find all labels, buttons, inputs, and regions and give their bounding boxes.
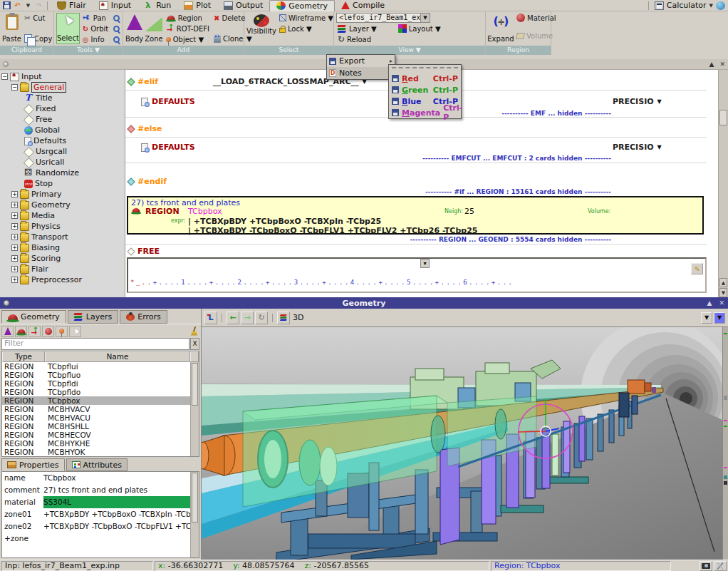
scrollbar-thumb[interactable] — [192, 473, 198, 523]
card-defaults-2[interactable]: DEFAULTS — [141, 143, 195, 152]
hidden-cards-line[interactable]: ---------- EMF ... hidden ---------- — [501, 110, 611, 117]
tree-folder[interactable]: + Biasing — [0, 242, 125, 253]
geometry-tab[interactable]: Geometry — [1, 310, 66, 324]
zone-button[interactable]: Zone — [145, 13, 162, 44]
tree-item[interactable]: Global — [0, 125, 125, 135]
property-row[interactable]: name TCbpbox — [2, 472, 190, 484]
card-free[interactable]: FREE — [128, 247, 160, 256]
filter-input[interactable]: Filter — [1, 338, 189, 350]
scroll-down-button[interactable]: ▼ — [719, 288, 727, 297]
region-card-selected[interactable]: 27) tcs front and end plates REGION TCbp… — [127, 196, 704, 235]
geometry-tab[interactable]: Errors — [120, 310, 167, 324]
free-dropdown-button[interactable]: ▼ — [420, 259, 430, 268]
tree-item[interactable]: Title — [0, 93, 125, 103]
zoom-in-button[interactable] — [112, 13, 121, 23]
ribbon-tab[interactable]: Plot — [177, 0, 217, 11]
tree-folder[interactable]: + Geometry — [0, 200, 125, 210]
zoom-fit-button[interactable] — [112, 34, 121, 44]
snapshot-button[interactable] — [700, 561, 712, 571]
region-table-row[interactable]: REGION TCbpflui — [2, 362, 190, 371]
layers-button[interactable] — [277, 312, 290, 324]
editor-scrollbar[interactable]: ▲ ▼ — [718, 70, 728, 297]
tree-item[interactable]: Free — [0, 114, 125, 125]
tree-item[interactable]: Fixed — [0, 103, 125, 114]
ribbon-tab[interactable]: Run — [137, 0, 177, 11]
hidden-cards-line[interactable]: ---------- EMFCUT ... EMFCUT : 2 cards h… — [422, 155, 611, 162]
region-table-row[interactable]: REGION TCbpfluo — [2, 371, 190, 379]
table-scrollbar[interactable] — [190, 362, 199, 456]
panel-close-button[interactable]: ✕ — [719, 299, 724, 307]
rotdefi-button[interactable]: ROT-DEFI — [165, 24, 211, 34]
tree-item[interactable]: Usrgcall — [0, 146, 125, 157]
nav-back-button[interactable]: ← — [227, 312, 239, 324]
tab-attributes[interactable]: Attributes — [66, 458, 128, 471]
layout-button[interactable]: Layout ▼ — [397, 24, 442, 34]
ribbon-tab[interactable]: Flair — [51, 0, 93, 11]
layer-button[interactable]: Layer ▼ — [336, 24, 378, 34]
orbit-button[interactable]: Orbit — [81, 24, 110, 34]
region-table-row[interactable]: REGION TCbpfldi — [2, 379, 190, 388]
geometry-title-bar[interactable]: Geometry ▲ ✕ — [0, 297, 728, 309]
filter-clear-button[interactable]: X — [190, 338, 199, 350]
tree-folder[interactable]: + Scoring — [0, 253, 125, 264]
submenu-color-item[interactable]: Red Ctrl-P — [389, 73, 461, 84]
menu-item-export[interactable]: Export▸ — [327, 55, 395, 67]
tree-folder[interactable]: + Physics — [0, 221, 125, 232]
view-combo[interactable]: <lefos_ir7_Beam1_exp> ▼ — [336, 13, 430, 23]
axes-button[interactable] — [204, 312, 217, 324]
paste-button[interactable]: Paste — [2, 13, 21, 44]
tree-folder[interactable]: + Media — [0, 210, 125, 221]
region-table-row[interactable]: REGION TCbpbox — [2, 396, 190, 405]
save-button[interactable] — [1, 1, 12, 10]
geometry-tab[interactable]: Layers — [68, 310, 118, 324]
region-expr-line[interactable]: | +TCBXpBDY +TCbpBoxO -TCBXpIn -TCbp25 — [188, 217, 381, 226]
visibility-button[interactable]: Visibility ▼ — [246, 13, 276, 44]
expand-icon[interactable]: + — [11, 202, 18, 208]
property-row[interactable]: zone01 +TCBXpBDY +TCbpBoxO -TCBXpIn -TCb… — [2, 508, 190, 520]
expand-icon[interactable]: + — [11, 266, 18, 272]
lock-button[interactable]: Lock ▼ — [278, 24, 335, 34]
panel-maximize-button[interactable]: ▲ — [709, 61, 714, 68]
info-button[interactable]: Info — [81, 34, 110, 44]
hidden-cards-line[interactable]: ---------- REGION ... GEOEND : 5554 card… — [410, 236, 611, 243]
region-expr-line[interactable]: | +TCBXpBDY -TCbpBoxO -TCbpFLV1 +TCbpFLV… — [188, 226, 477, 235]
expand-icon[interactable]: + — [11, 223, 18, 230]
region-button[interactable]: Region — [165, 13, 211, 23]
view-combo-value[interactable]: <lefos_ir7_Beam1_exp> — [336, 13, 420, 23]
edit-pencil-icon[interactable]: ✎ — [691, 263, 703, 274]
collapse-icon[interactable]: − — [1, 73, 8, 80]
panel-maximize-button[interactable]: ▲ — [707, 299, 712, 307]
scroll-up-button[interactable]: ▲ — [719, 278, 727, 287]
property-row[interactable]: material SS304L — [2, 496, 190, 508]
region-table-row[interactable]: REGION MCBHYOK — [2, 448, 190, 456]
body-tool-button[interactable] — [1, 326, 14, 337]
viewer-refresh-button[interactable]: ↻ — [255, 312, 268, 324]
expand-icon[interactable]: + — [11, 234, 18, 240]
expand-icon[interactable]: + — [11, 255, 18, 262]
dropdown-arrow-icon[interactable]: ▼ — [657, 144, 662, 150]
viewer-marker-strip[interactable] — [722, 327, 728, 560]
viewer-layer-dropdown-button[interactable]: ▼ — [714, 312, 725, 324]
expand-icon[interactable]: + — [11, 245, 18, 251]
property-row[interactable]: zone02 +TCBXpBDY -TCbpBoxO -TCbpFLV1 +TC… — [2, 520, 190, 533]
property-row[interactable]: comment 27) tcs front and end plates — [2, 484, 190, 496]
redo-button[interactable]: ↷ — [33, 1, 44, 10]
panel-handle-icon[interactable] — [3, 61, 9, 67]
card-endif[interactable]: #endif — [128, 177, 167, 186]
tree-item[interactable]: Defaults — [0, 135, 125, 146]
undo-dropdown[interactable]: ▼ — [23, 1, 33, 10]
copy-button[interactable]: Copy — [23, 34, 53, 43]
scrollbar-thumb[interactable] — [719, 110, 727, 125]
region-table-row[interactable]: REGION MCBHSHLL — [2, 422, 190, 431]
expand-icon[interactable]: + — [11, 277, 18, 283]
column-header-name[interactable]: Name — [45, 351, 190, 362]
expand-button[interactable]: (✛)Expand — [488, 13, 514, 44]
viewer-3d-scene[interactable] — [202, 327, 728, 560]
tree-folder[interactable]: + Preprocessor — [0, 274, 125, 285]
collapse-icon[interactable]: − — [11, 84, 18, 91]
expand-icon[interactable]: + — [11, 191, 18, 197]
tree-folder[interactable]: + Primary — [0, 189, 125, 200]
property-row[interactable]: +zone — [2, 533, 190, 545]
clone-button[interactable]: Clone — [212, 34, 246, 43]
object-tool-button[interactable] — [56, 326, 68, 337]
